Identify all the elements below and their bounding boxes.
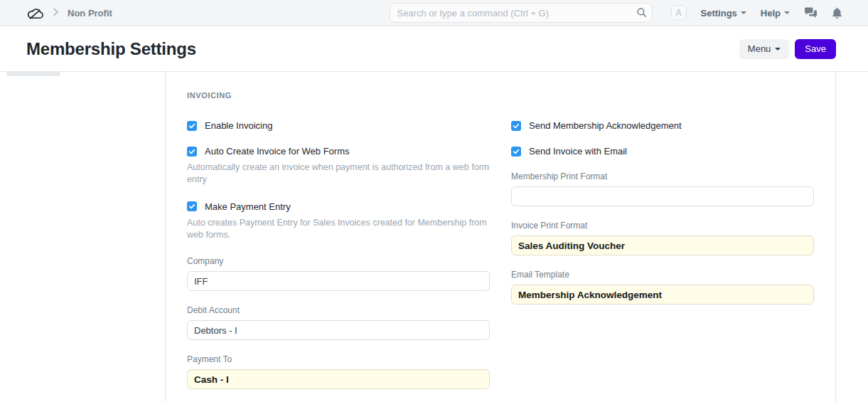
checkbox-label[interactable]: Send Invoice with Email: [529, 146, 627, 157]
invoicing-section: INVOICING Enable Invoicing: [166, 72, 835, 402]
page-head: Membership Settings Menu Save: [0, 26, 868, 72]
checkbox-block-make-payment-entry: Make Payment Entry Auto creates Payment …: [187, 201, 490, 242]
field-label: Invoice Print Format: [511, 221, 814, 231]
save-button-label: Save: [805, 43, 826, 54]
navbar: Non Profit A Settings Help: [0, 0, 868, 26]
field-description: Auto creates Payment Entry for Sales Inv…: [187, 217, 490, 242]
invoice-print-format-input[interactable]: [511, 236, 814, 255]
company-input[interactable]: [187, 271, 490, 291]
navbar-left: Non Profit: [26, 6, 112, 20]
checkbox-block-auto-create-invoice: Auto Create Invoice for Web Forms Automa…: [187, 146, 490, 186]
payment-to-input[interactable]: [187, 369, 490, 389]
checkbox-block-send-membership-ack: Send Membership Acknowledgement: [511, 120, 814, 131]
payment-to-field: Payment To: [187, 354, 490, 389]
navbar-right: A Settings Help: [671, 5, 842, 21]
chevron-down-icon: [775, 48, 781, 51]
form-wrapper: INVOICING Enable Invoicing: [165, 72, 836, 402]
chevron-down-icon: [741, 11, 746, 14]
send-membership-ack-checkbox[interactable]: [511, 121, 521, 131]
global-search: [390, 3, 653, 23]
settings-label: Settings: [701, 8, 737, 18]
field-label: Payment To: [187, 354, 490, 364]
debit-account-input[interactable]: [187, 320, 490, 340]
help-dropdown[interactable]: Help: [761, 8, 790, 18]
checkbox-block-send-invoice-email: Send Invoice with Email: [511, 146, 814, 157]
checkbox-label[interactable]: Make Payment Entry: [205, 201, 291, 212]
notification-bell-icon[interactable]: [832, 7, 842, 19]
sidebar-remnant: [6, 71, 60, 76]
menu-button-label: Menu: [748, 43, 771, 54]
user-avatar[interactable]: A: [671, 5, 687, 21]
debit-account-field: Debit Account: [187, 305, 490, 340]
email-template-input[interactable]: [511, 285, 814, 305]
breadcrumb-chevron-icon: [53, 7, 59, 18]
company-field: Company: [187, 256, 490, 291]
field-label: Company: [187, 256, 490, 266]
erpnext-cloud-logo-icon[interactable]: [26, 6, 44, 20]
form-column-left: Enable Invoicing Auto Create Invoice for…: [187, 120, 490, 402]
settings-dropdown[interactable]: Settings: [701, 8, 746, 18]
checkbox-label[interactable]: Enable Invoicing: [205, 120, 272, 131]
make-payment-entry-checkbox[interactable]: [187, 201, 197, 211]
field-label: Email Template: [511, 270, 814, 280]
invoice-print-format-field: Invoice Print Format: [511, 221, 814, 255]
page-title: Membership Settings: [26, 39, 196, 59]
menu-button[interactable]: Menu: [739, 39, 790, 59]
chevron-down-icon: [784, 11, 790, 14]
field-label: Debit Account: [187, 305, 490, 315]
search-input[interactable]: [390, 3, 653, 23]
help-label: Help: [761, 8, 781, 18]
enable-invoicing-checkbox[interactable]: [187, 121, 197, 131]
checkbox-block-enable-invoicing: Enable Invoicing: [187, 120, 490, 131]
save-button[interactable]: Save: [795, 39, 836, 59]
membership-print-format-input[interactable]: [511, 186, 814, 206]
chat-messages-icon[interactable]: [804, 7, 818, 18]
section-heading: INVOICING: [187, 91, 814, 100]
checkbox-label[interactable]: Auto Create Invoice for Web Forms: [205, 146, 350, 157]
send-invoice-email-checkbox[interactable]: [511, 147, 521, 157]
membership-print-format-field: Membership Print Format: [511, 171, 814, 206]
page-actions: Menu Save: [739, 39, 836, 59]
auto-create-invoice-checkbox[interactable]: [187, 147, 197, 157]
field-description: Automatically create an invoice when pay…: [187, 162, 490, 186]
breadcrumb[interactable]: Non Profit: [68, 8, 112, 18]
search-icon: [636, 7, 647, 18]
email-template-field: Email Template: [511, 270, 814, 305]
form-column-right: Send Membership Acknowledgement Send Inv…: [511, 120, 814, 402]
checkbox-label[interactable]: Send Membership Acknowledgement: [529, 120, 682, 131]
field-label: Membership Print Format: [511, 171, 814, 181]
